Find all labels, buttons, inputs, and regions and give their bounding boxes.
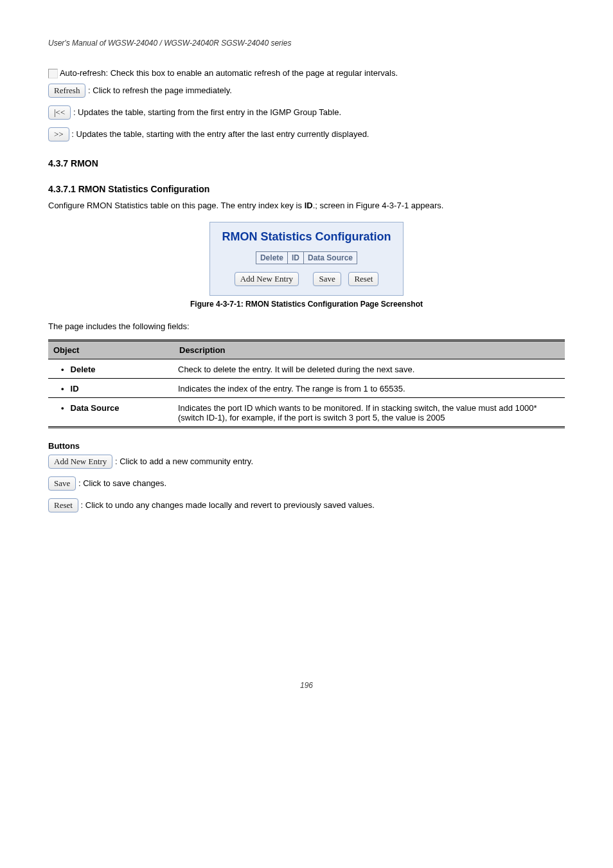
desc-datasource: Indicates the port ID which wants to be …: [174, 397, 565, 427]
obj-th-description: Description: [174, 340, 565, 359]
obj-th-object: Object: [48, 340, 174, 359]
panel-reset-button[interactable]: Reset: [348, 272, 378, 286]
section-heading: 4.3.7 RMON: [48, 158, 565, 168]
save-button[interactable]: Save: [48, 476, 76, 491]
subsection-intro-2: .; screen in Figure 4-3-7-1 appears.: [313, 201, 444, 210]
auto-refresh-label: Auto-refresh: [60, 68, 106, 78]
panel-header-table: Delete ID Data Source: [256, 251, 357, 264]
reset-desc: : Click to undo any changes made locally…: [81, 500, 375, 510]
add-entry-desc: : Click to add a new community entry.: [115, 457, 253, 466]
page-header-text: User's Manual of WGSW-24040 / WGSW-24040…: [48, 39, 565, 48]
subsection-heading: 4.3.7.1 RMON Statistics Configuration: [48, 184, 565, 194]
table-row: •Data Source Indicates the port ID which…: [48, 397, 565, 427]
auto-refresh-checkbox[interactable]: [48, 69, 58, 78]
first-page-desc: : Updates the table, starting from the f…: [73, 107, 341, 117]
panel-add-button[interactable]: Add New Entry: [235, 272, 299, 286]
refresh-button[interactable]: Refresh: [48, 84, 85, 98]
panel-title: RMON Statistics Configuration: [222, 230, 391, 244]
panel-th-id: ID: [287, 252, 303, 264]
obj-datasource: Data Source: [71, 403, 120, 413]
subsection-intro-bold: ID: [305, 201, 313, 210]
rmon-config-panel: RMON Statistics Configuration Delete ID …: [209, 222, 403, 296]
figure-label: Figure 4-3-7-1: RMON Statistics Configur…: [48, 300, 565, 309]
panel-save-button[interactable]: Save: [313, 272, 341, 286]
auto-refresh-desc: : Check this box to enable an automatic …: [105, 68, 398, 78]
refresh-desc: : Click to refresh the page immediately.: [88, 86, 232, 95]
desc-delete: Check to delete the entry. It will be de…: [174, 359, 565, 378]
table-row: •ID Indicates the index of the entry. Th…: [48, 378, 565, 397]
panel-th-datasource: Data Source: [303, 252, 357, 264]
subsection-intro-1: Configure RMON Statistics table on this …: [48, 201, 305, 210]
table-intro: The page includes the following fields:: [48, 320, 565, 333]
save-desc: : Click to save changes.: [78, 478, 166, 488]
next-page-desc: : Updates the table, starting with the e…: [71, 129, 369, 139]
object-description-table: Object Description •Delete Check to dele…: [48, 339, 565, 428]
page-number: 196: [48, 681, 565, 690]
obj-delete: Delete: [71, 365, 96, 374]
obj-id: ID: [71, 384, 79, 393]
first-page-button[interactable]: |<<: [48, 105, 71, 120]
table-row: •Delete Check to delete the entry. It wi…: [48, 359, 565, 378]
reset-button[interactable]: Reset: [48, 498, 78, 512]
next-page-button[interactable]: >>: [48, 127, 69, 141]
desc-id: Indicates the index of the entry. The ra…: [174, 378, 565, 397]
buttons-heading: Buttons: [48, 441, 565, 451]
panel-th-delete: Delete: [256, 252, 287, 264]
add-entry-button[interactable]: Add New Entry: [48, 455, 112, 469]
